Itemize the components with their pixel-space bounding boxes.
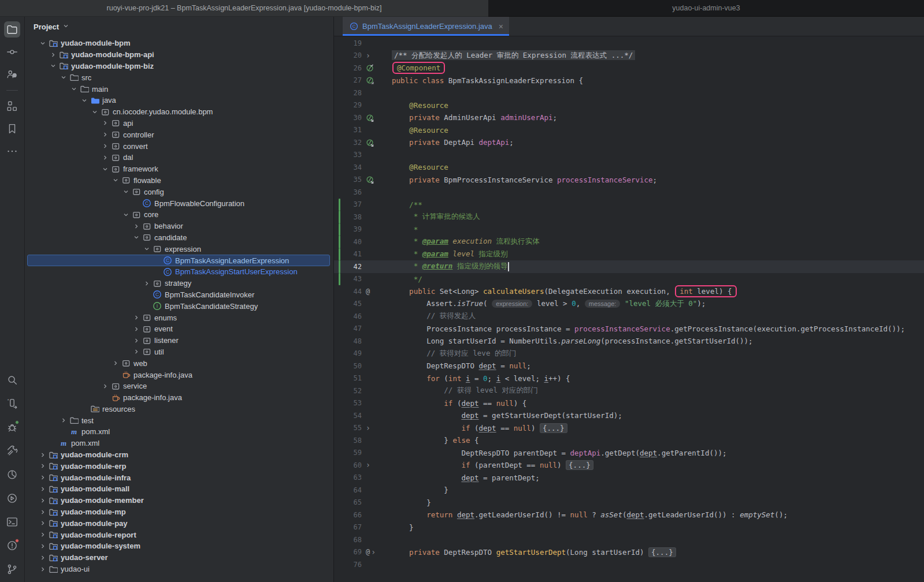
fold-arrow-icon[interactable]: ›: [366, 51, 370, 59]
code-text[interactable]: for (int i = 0; i < level; i++) {: [392, 374, 570, 383]
tree-item-event[interactable]: event: [25, 323, 333, 335]
chevron-right-icon[interactable]: [60, 417, 67, 424]
activitybar-structure-button[interactable]: [4, 98, 20, 114]
activitybar-bookmarks-button[interactable]: [4, 121, 20, 137]
tree-item-convert[interactable]: convert: [25, 140, 333, 152]
chevron-right-icon[interactable]: [133, 326, 140, 333]
tree-item-yudao-module-pay[interactable]: yudao-module-pay: [25, 517, 333, 529]
code-text[interactable]: public Set<Long> calculateUsers(Delegate…: [392, 287, 737, 296]
tree-item-flowable[interactable]: flowable: [25, 175, 333, 186]
activitybar-project-button[interactable]: [4, 21, 20, 38]
tree-item-package-info-java[interactable]: package-info.java: [25, 392, 333, 404]
code-text[interactable]: dept = getStartUserDept(startUserId);: [392, 411, 622, 420]
code-text[interactable]: // 获得 level 对应的部门: [392, 386, 538, 396]
code-text[interactable]: Assert.isTrue( expression: level > 0, me…: [392, 299, 706, 309]
tree-item-core[interactable]: core: [25, 209, 333, 221]
folded-code-chip[interactable]: {...}: [566, 460, 593, 470]
tree-item-test[interactable]: test: [25, 415, 333, 426]
chevron-down-icon[interactable]: [70, 85, 77, 92]
code-text[interactable]: DeptRespDTO parentDept = deptApi.getDept…: [392, 449, 727, 457]
activitybar-commit-button[interactable]: [4, 44, 20, 60]
activitybar-services-button[interactable]: [4, 490, 20, 506]
code-text[interactable]: }: [392, 523, 414, 532]
tree-item-expression[interactable]: expression: [25, 243, 333, 255]
main-window-titlebar[interactable]: ruoyi-vue-pro-jdk21 – BpmTaskAssignLeade…: [0, 0, 488, 17]
tree-item-src[interactable]: src: [25, 72, 333, 83]
chevron-right-icon[interactable]: [112, 360, 119, 367]
spring-arrow-gutter-icon[interactable]: [366, 114, 374, 122]
activitybar-pull-requests-button[interactable]: ?: [4, 66, 20, 83]
code-text[interactable]: private BpmProcessInstanceService proces…: [392, 176, 657, 184]
tree-item-cn-iocoder-yudao-module-bpm[interactable]: cn.iocoder.yudao.module.bpm: [25, 106, 333, 118]
chevron-down-icon[interactable]: [60, 74, 67, 81]
chevron-right-icon[interactable]: [39, 509, 46, 516]
tree-item-behavior[interactable]: behavior: [25, 221, 333, 232]
activitybar-profiler-button[interactable]: [4, 467, 20, 483]
activitybar-build-button[interactable]: [4, 443, 20, 459]
project-panel-header[interactable]: Project: [25, 17, 333, 36]
tree-item-yudao-module-bpm-api[interactable]: yudao-module-bpm-api: [25, 49, 333, 61]
tree-item-bpmtaskassignleaderexpression[interactable]: CBpmTaskAssignLeaderExpression: [25, 255, 333, 266]
chevron-right-icon[interactable]: [39, 462, 46, 469]
code-text[interactable]: *: [392, 225, 418, 234]
code-text[interactable]: * @param level 指定级别: [392, 249, 508, 259]
tree-item-yudao-module-bpm[interactable]: yudao-module-bpm: [25, 38, 333, 49]
activitybar-more-button[interactable]: [4, 143, 20, 159]
code-text[interactable]: /** 分配给发起人的 Leader 审批的 Expression 流程表达式 …: [392, 51, 635, 61]
chevron-down-icon[interactable]: [39, 40, 46, 47]
code-text[interactable]: @Resource: [392, 126, 448, 135]
chevron-down-icon[interactable]: [50, 62, 57, 69]
tree-item-util[interactable]: util: [25, 346, 333, 358]
spring-nav-gutter-icon[interactable]: [366, 76, 374, 84]
code-text[interactable]: DeptRespDTO dept = null;: [392, 361, 531, 370]
tree-item-yudao-module-report[interactable]: yudao-module-report: [25, 529, 333, 540]
activitybar-search-button[interactable]: [4, 372, 20, 388]
chevron-right-icon[interactable]: [133, 348, 140, 355]
chevron-down-icon[interactable]: [123, 188, 129, 195]
chevron-right-icon[interactable]: [133, 314, 140, 321]
chevron-right-icon[interactable]: [39, 554, 46, 561]
chevron-down-icon[interactable]: [123, 211, 129, 218]
tree-item-yudao-module-crm[interactable]: yudao-module-crm: [25, 449, 333, 461]
chevron-right-icon[interactable]: [102, 383, 109, 390]
chevron-right-icon[interactable]: [39, 543, 46, 550]
close-icon[interactable]: ×: [499, 22, 503, 31]
activitybar-git-button[interactable]: [4, 561, 20, 577]
chevron-right-icon[interactable]: [39, 520, 46, 527]
spring-check-gutter-icon[interactable]: [366, 64, 374, 72]
tree-item-framework[interactable]: framework: [25, 163, 333, 175]
code-text[interactable]: // 获得发起人: [392, 311, 476, 321]
code-text[interactable]: dept = parentDept;: [392, 473, 540, 482]
tree-item-yudao-module-mp[interactable]: yudao-module-mp: [25, 506, 333, 518]
tree-item-listener[interactable]: listener: [25, 335, 333, 346]
code-text[interactable]: * @return 指定级别的领导: [392, 262, 509, 271]
tree-item-pom-xml[interactable]: mpom.xml: [25, 438, 333, 449]
fold-arrow-icon[interactable]: ›: [366, 424, 370, 432]
tree-item-yudao-module-bpm-biz[interactable]: yudao-module-bpm-biz: [25, 61, 333, 72]
code-text[interactable]: */: [392, 275, 422, 283]
code-text[interactable]: return dept.getLeaderUserId() != null ? …: [392, 510, 788, 519]
chevron-right-icon[interactable]: [102, 131, 109, 138]
annotation-gutter-icon[interactable]: @: [366, 548, 370, 556]
chevron-down-icon[interactable]: [102, 166, 109, 173]
tree-item-yudao-ui[interactable]: yudao-ui: [25, 564, 333, 575]
code-text[interactable]: /**: [392, 200, 422, 209]
chevron-right-icon[interactable]: [39, 566, 46, 573]
tree-item-yudao-module-mall[interactable]: yudao-module-mall: [25, 483, 333, 495]
tree-item-bpmtaskassignstartuserexpression[interactable]: CBpmTaskAssignStartUserExpression: [25, 266, 333, 278]
chevron-right-icon[interactable]: [133, 337, 140, 344]
chevron-down-icon[interactable]: [133, 234, 140, 241]
code-text[interactable]: }: [392, 486, 448, 494]
code-text[interactable]: ProcessInstance processInstance = proces…: [392, 324, 905, 333]
tree-item-bpmtaskcandidateinvoker[interactable]: CBpmTaskCandidateInvoker: [25, 289, 333, 301]
chevron-right-icon[interactable]: [102, 154, 109, 161]
chevron-right-icon[interactable]: [39, 474, 46, 481]
tree-item-dal[interactable]: dal: [25, 152, 333, 163]
tree-item-web[interactable]: web: [25, 357, 333, 369]
activitybar-debug-button[interactable]: [4, 419, 20, 435]
tree-item-controller[interactable]: controller: [25, 129, 333, 140]
chevron-right-icon[interactable]: [39, 486, 46, 493]
tree-item-yudao-server[interactable]: yudao-server: [25, 552, 333, 564]
tree-item-pom-xml[interactable]: mpom.xml: [25, 426, 333, 438]
tree-item-main[interactable]: main: [25, 83, 333, 95]
